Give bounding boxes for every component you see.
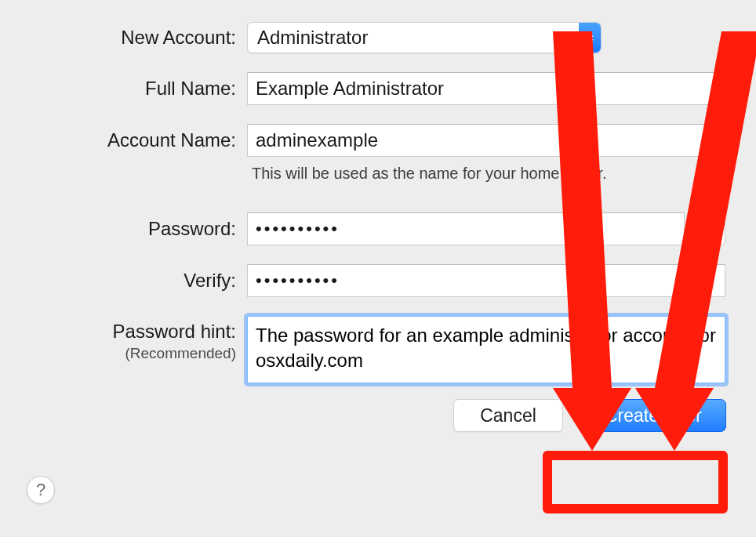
row-account-name: Account Name: — [0, 124, 756, 157]
label-verify: Verify: — [0, 270, 247, 292]
help-icon: ? — [36, 480, 45, 500]
create-user-button[interactable]: Create User — [580, 399, 726, 432]
key-icon: 🔑 — [700, 220, 718, 238]
label-password-hint: Password hint: — [113, 321, 236, 342]
row-full-name: Full Name: — [0, 72, 756, 105]
updown-icon — [579, 23, 601, 53]
label-password: Password: — [0, 218, 247, 241]
cancel-button-label: Cancel — [480, 405, 536, 426]
create-user-button-label: Create User — [605, 405, 702, 426]
password-hint-field[interactable] — [247, 316, 725, 383]
row-password-hint: Password hint: (Recommended) — [0, 316, 756, 383]
label-recommended: (Recommended) — [0, 345, 236, 363]
account-name-helper: This will be used as the name for your h… — [247, 165, 606, 183]
new-account-selected: Administrator — [257, 27, 368, 49]
row-new-account: New Account: Administrator — [0, 22, 756, 53]
label-new-account: New Account: — [0, 27, 247, 49]
create-user-sheet: New Account: Administrator Full Name: Ac… — [0, 0, 756, 537]
label-account-name: Account Name: — [0, 129, 247, 152]
password-field[interactable] — [247, 212, 685, 245]
row-verify: Verify: — [0, 264, 756, 297]
row-password: Password: 🔑 — [0, 212, 756, 245]
annotation-highlight — [543, 451, 728, 513]
button-row: Cancel Create User — [0, 399, 756, 432]
new-account-popup[interactable]: Administrator — [247, 22, 602, 53]
full-name-field[interactable] — [247, 72, 725, 105]
verify-field[interactable] — [247, 264, 725, 297]
label-full-name: Full Name: — [0, 78, 247, 100]
cancel-button[interactable]: Cancel — [453, 399, 563, 432]
help-button[interactable]: ? — [27, 476, 55, 504]
row-account-name-helper: This will be used as the name for your h… — [0, 161, 756, 197]
account-name-field[interactable] — [247, 124, 725, 157]
password-assistant-button[interactable]: 🔑 — [692, 212, 725, 245]
